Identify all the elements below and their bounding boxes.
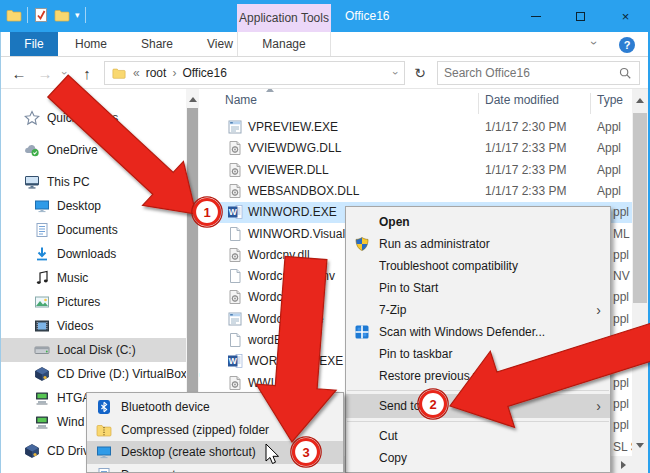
menu-item-label: Run as administrator [379, 237, 490, 251]
recent-locations-button[interactable]: › [58, 62, 72, 84]
sidebar-item-downloads[interactable]: Downloads [0, 242, 186, 266]
menu-item-troubleshoot-compatibility[interactable]: Troubleshoot compatibility [346, 255, 610, 277]
column-header-type[interactable]: Type [597, 93, 623, 107]
sidebar-item-documents[interactable]: Documents [0, 218, 186, 242]
file-date: 1/1/17 2:33 PM [485, 163, 566, 177]
sidebar-item-onedrive[interactable]: OneDrive [0, 138, 186, 162]
scroll-up-icon[interactable] [632, 94, 648, 106]
file-name: VVIEWDWG.DLL [248, 141, 341, 155]
menu-item-copy[interactable]: Copy [346, 447, 610, 469]
sidebar-item-label: CD Driv [47, 444, 89, 458]
onedrive-icon [24, 142, 40, 158]
close-button[interactable]: × [603, 0, 648, 32]
sidebar-item-label: Videos [57, 319, 93, 333]
tab-file[interactable]: File [10, 32, 58, 56]
minimize-icon [531, 16, 541, 17]
maximize-icon [576, 12, 585, 21]
column-separator[interactable] [478, 93, 479, 114]
sidebar-item-cd-drive-d-virtualbox-g[interactable]: CD Drive (D:) VirtualBox G [0, 362, 186, 386]
folder-icon[interactable] [6, 7, 22, 23]
maximize-button[interactable] [558, 0, 603, 32]
exe-icon [227, 119, 243, 135]
menu-item-pin-to-start[interactable]: Pin to Start [346, 277, 610, 299]
forward-button[interactable]: → [34, 62, 56, 84]
breadcrumb-folder[interactable]: Office16 [182, 66, 226, 80]
sidebar-item-desktop[interactable]: Desktop [0, 194, 186, 218]
chevron-down-icon[interactable]: ▾ [75, 7, 80, 23]
column-separator[interactable] [590, 93, 591, 114]
sidebar-item-pictures[interactable]: Pictures [0, 290, 186, 314]
help-icon[interactable]: ? [619, 37, 635, 53]
menu-item-open[interactable]: Open [346, 211, 610, 233]
up-button[interactable]: ↑ [76, 62, 98, 84]
tab-manage[interactable]: Manage [237, 32, 331, 56]
file-name: WWLIB.DLL [248, 376, 314, 390]
sidebar-item-label: This PC [47, 175, 90, 189]
menu-item-pin-to-taskbar[interactable]: Pin to taskbar [346, 343, 610, 365]
send-to-submenu: Bluetooth deviceCompressed (zipped) fold… [86, 392, 344, 473]
menu-item-cut[interactable]: Cut [346, 425, 610, 447]
address-bar[interactable]: « root › Office16 › [104, 61, 405, 85]
desktop-icon [34, 198, 50, 214]
application-tools-tab[interactable]: Application Tools [237, 4, 331, 32]
address-dropdown-chevron-icon[interactable]: › [390, 71, 402, 75]
quick-access-toolbar: ▾ [6, 7, 86, 23]
sidebar-item-music[interactable]: Music [0, 266, 186, 290]
word-icon: W [227, 353, 243, 369]
search-icon[interactable] [617, 66, 633, 80]
tab-share[interactable]: Share [124, 32, 190, 56]
minimize-button[interactable] [513, 0, 558, 32]
folder-icon [111, 66, 127, 80]
sidebar-item-local-disk-c[interactable]: Local Disk (C:) [0, 338, 186, 362]
sendto-item-documents[interactable]: Documents [87, 464, 343, 473]
properties-check-icon[interactable] [33, 7, 49, 23]
tab-home[interactable]: Home [58, 32, 124, 56]
back-button[interactable]: ← [8, 62, 30, 84]
search-input[interactable] [444, 66, 617, 80]
ribbon-tabs: Home Share View [58, 32, 250, 56]
menu-item-restore-previous-versions[interactable]: Restore previous versions [346, 365, 610, 387]
sidebar-item-videos[interactable]: Videos [0, 314, 186, 338]
refresh-button[interactable]: ↻ [408, 61, 432, 85]
file-icon [227, 226, 243, 242]
column-header-name[interactable]: Name [225, 93, 257, 107]
sidebar-scrollbar-thumb[interactable] [187, 108, 198, 392]
star-icon [24, 110, 40, 126]
dll-icon [227, 247, 243, 263]
submenu-arrow-icon: › [596, 302, 601, 318]
expand-ribbon-chevron-icon[interactable]: › [587, 41, 601, 45]
breadcrumb-root[interactable]: root [146, 66, 167, 80]
list-vertical-scrollbar[interactable] [632, 89, 648, 456]
sidebar-item-label: Quick access [47, 111, 118, 125]
menu-item-7-zip[interactable]: 7-Zip› [346, 299, 610, 321]
list-scrollbar-thumb[interactable] [633, 113, 647, 303]
file-type: ppl [613, 248, 629, 262]
menu-item-run-as-administrator[interactable]: Run as administrator [346, 233, 610, 255]
column-header-date[interactable]: Date modified [485, 93, 559, 107]
sendto-item-desktop-create-shortcut[interactable]: Desktop (create shortcut) [87, 441, 343, 464]
breadcrumb-collapse[interactable]: « [133, 66, 140, 80]
menu-item-send-to[interactable]: Send to› [346, 394, 610, 418]
scroll-up-icon[interactable] [186, 93, 199, 105]
new-folder-icon[interactable] [54, 7, 70, 23]
sidebar-item-quick-access[interactable]: Quick access [0, 106, 186, 130]
scroll-right-icon[interactable] [616, 456, 630, 473]
window-edge [0, 32, 1, 473]
downloads-icon [34, 246, 50, 262]
file-name: VPREVIEW.EXE [248, 120, 338, 134]
sendto-item-compressed-zipped-folder[interactable]: Compressed (zipped) folder [87, 419, 343, 442]
sidebar-item-label: OneDrive [47, 143, 98, 157]
file-row-vviewer-dll[interactable]: VVIEWER.DLL1/1/17 2:33 PMAppl [200, 160, 632, 181]
file-row-vpreview-exe[interactable]: VPREVIEW.EXE1/1/17 2:30 PMAppl [200, 117, 632, 138]
sendto-item-bluetooth-device[interactable]: Bluetooth device [87, 396, 343, 419]
dll-icon [227, 375, 243, 391]
back-arrow-icon: ← [12, 65, 27, 82]
window-title: Office16 [345, 0, 389, 32]
file-type: Appl [597, 141, 621, 155]
scroll-down-icon[interactable] [632, 439, 648, 451]
menu-item-scan-with-windows-defender[interactable]: Scan with Windows Defender... [346, 321, 610, 343]
file-row-websandbox-dll[interactable]: WEBSANDBOX.DLL1/1/17 2:33 PMAppl [200, 181, 632, 202]
sidebar-item-this-pc[interactable]: This PC [0, 170, 186, 194]
pc-icon [24, 174, 40, 190]
file-row-vviewdwg-dll[interactable]: VVIEWDWG.DLL1/1/17 2:33 PMAppl [200, 138, 632, 159]
